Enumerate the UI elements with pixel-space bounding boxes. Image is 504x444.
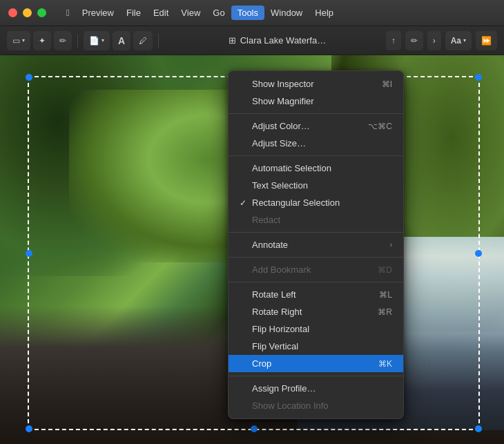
menu-item-annotate[interactable]: Annotate › bbox=[229, 236, 403, 253]
menu-divider-4 bbox=[229, 257, 403, 258]
shortcut-rotate-right: ⌘R bbox=[378, 307, 392, 317]
signature-icon: 🖊 bbox=[139, 36, 147, 46]
sidebar-toggle-icon: ⊞ bbox=[229, 35, 236, 46]
speech-icon: ⏩ bbox=[481, 36, 492, 46]
menubar-item-go[interactable]: Go bbox=[206, 6, 231, 20]
menubar-item-edit[interactable]: Edit bbox=[147, 6, 175, 20]
menu-label-show-location-info: Show Location Info bbox=[252, 400, 329, 411]
maximize-button[interactable] bbox=[37, 8, 46, 17]
menu-item-text-selection[interactable]: Text Selection bbox=[229, 177, 403, 194]
menu-label-show-magnifier: Show Magnifier bbox=[252, 96, 314, 106]
checkmark-rectangular: ✓ bbox=[240, 198, 251, 208]
menubar-item-view[interactable]: View bbox=[175, 6, 206, 20]
selection-dropdown-icon: ▾ bbox=[22, 37, 25, 44]
menu-label-assign-profile: Assign Profile… bbox=[252, 383, 316, 394]
selection-tool-button[interactable]: ▭ ▾ bbox=[7, 31, 30, 50]
menu-label-flip-vertical: Flip Vertical bbox=[252, 341, 298, 351]
document-title-area: ⊞ Clara Lake Waterfa… bbox=[171, 35, 383, 46]
chevron-down-icon: › bbox=[433, 36, 436, 46]
app-toolbar: ▭ ▾ ✦ ✏ 📄 ▾ A 🖊 ⊞ Clara Lake Waterfa… ↑ … bbox=[0, 26, 504, 55]
sketch-icon: ✏ bbox=[59, 36, 66, 46]
menubar-item-window[interactable]: Window bbox=[264, 6, 309, 20]
menu-item-rotate-right[interactable]: Rotate Right ⌘R bbox=[229, 303, 403, 320]
menu-section-profile: Assign Profile… Show Location Info bbox=[229, 378, 403, 416]
menu-label-adjust-size: Adjust Size… bbox=[252, 138, 306, 148]
titlebar:  Preview File Edit View Go Tools Window… bbox=[0, 0, 504, 26]
menu-item-flip-horizontal[interactable]: Flip Horizontal bbox=[229, 320, 403, 338]
tools-menu: Show Inspector ⌘I Show Magnifier Adjust … bbox=[228, 70, 404, 419]
menu-section-transform: Rotate Left ⌘L Rotate Right ⌘R Flip Hori… bbox=[229, 284, 403, 374]
menu-divider-2 bbox=[229, 155, 403, 156]
instant-alpha-button[interactable]: ✦ bbox=[33, 31, 51, 50]
menu-divider-6 bbox=[229, 376, 403, 376]
share-button[interactable]: ↑ bbox=[386, 31, 401, 50]
menu-label-adjust-color: Adjust Color… bbox=[252, 121, 310, 131]
menubar-item-preview[interactable]: Preview bbox=[76, 6, 120, 20]
file-dropdown-icon: ▾ bbox=[101, 37, 104, 44]
speech-button[interactable]: ⏩ bbox=[476, 31, 497, 50]
window-controls bbox=[8, 8, 46, 17]
sketch-button[interactable]: ✏ bbox=[54, 31, 72, 50]
menu-section-selection: Automatic Selection Text Selection ✓ Rec… bbox=[229, 158, 403, 230]
menubar-item-file[interactable]: File bbox=[120, 6, 147, 20]
menu-item-show-location-info: Show Location Info bbox=[229, 397, 403, 414]
menu-label-crop: Crop bbox=[252, 358, 271, 369]
menu-item-add-bookmark: Add Bookmark ⌘D bbox=[229, 261, 403, 278]
menu-item-show-magnifier[interactable]: Show Magnifier bbox=[229, 93, 403, 110]
menu-label-add-bookmark: Add Bookmark bbox=[252, 264, 311, 275]
menu-item-rectangular-selection[interactable]: ✓ Rectangular Selection bbox=[229, 194, 403, 211]
menu-label-show-inspector: Show Inspector bbox=[252, 79, 314, 89]
menu-label-automatic-selection: Automatic Selection bbox=[252, 163, 331, 173]
menu-section-adjust: Adjust Color… ⌥⌘C Adjust Size… bbox=[229, 116, 403, 153]
font-button[interactable]: Aa ▾ bbox=[445, 31, 472, 50]
menu-label-rectangular-selection: Rectangular Selection bbox=[252, 197, 340, 208]
menu-label-annotate: Annotate bbox=[252, 240, 288, 250]
shortcut-adjust-color: ⌥⌘C bbox=[368, 122, 392, 131]
menu-label-text-selection: Text Selection bbox=[252, 180, 308, 191]
signature-button[interactable]: 🖊 bbox=[133, 31, 153, 50]
shortcut-crop: ⌘K bbox=[378, 359, 392, 369]
text-button[interactable]: A bbox=[113, 31, 130, 50]
menu-item-rotate-left[interactable]: Rotate Left ⌘L bbox=[229, 286, 403, 303]
menu-item-crop[interactable]: Crop ⌘K bbox=[229, 355, 403, 372]
menu-item-adjust-size[interactable]: Adjust Size… bbox=[229, 135, 403, 152]
shortcut-show-inspector: ⌘I bbox=[382, 79, 392, 89]
toolbar-separator-1 bbox=[77, 34, 78, 48]
file-icon: 📄 bbox=[89, 36, 99, 46]
menu-section-inspector: Show Inspector ⌘I Show Magnifier bbox=[229, 74, 403, 111]
menu-divider-5 bbox=[229, 282, 403, 282]
submenu-arrow-annotate: › bbox=[390, 241, 392, 249]
menu-section-annotate: Annotate › bbox=[229, 235, 403, 255]
menu-divider-3 bbox=[229, 232, 403, 233]
share-icon: ↑ bbox=[391, 36, 396, 46]
pencil-icon: ✏ bbox=[411, 36, 418, 46]
menu-label-redact: Redact bbox=[252, 215, 280, 225]
menu-item-assign-profile[interactable]: Assign Profile… bbox=[229, 380, 403, 397]
more-button[interactable]: › bbox=[427, 31, 441, 50]
menu-item-adjust-color[interactable]: Adjust Color… ⌥⌘C bbox=[229, 117, 403, 135]
shortcut-add-bookmark: ⌘D bbox=[378, 265, 392, 275]
menu-label-rotate-left: Rotate Left bbox=[252, 289, 296, 300]
menu-divider-1 bbox=[229, 113, 403, 114]
image-area: Show Inspector ⌘I Show Magnifier Adjust … bbox=[0, 55, 504, 444]
minimize-button[interactable] bbox=[23, 8, 32, 17]
shortcut-rotate-left: ⌘L bbox=[379, 290, 392, 300]
font-dropdown-icon: ▾ bbox=[463, 37, 466, 44]
menu-section-bookmark: Add Bookmark ⌘D bbox=[229, 260, 403, 280]
annotate-toolbar-button[interactable]: ✏ bbox=[405, 31, 423, 50]
document-title: Clara Lake Waterfa… bbox=[240, 35, 327, 46]
menubar:  Preview File Edit View Go Tools Window… bbox=[60, 6, 340, 20]
menubar-item-tools[interactable]: Tools bbox=[231, 6, 264, 20]
alpha-icon: ✦ bbox=[39, 36, 46, 46]
close-button[interactable] bbox=[8, 8, 17, 17]
toolbar-separator-2 bbox=[158, 34, 159, 48]
menu-item-flip-vertical[interactable]: Flip Vertical bbox=[229, 338, 403, 355]
file-button[interactable]: 📄 ▾ bbox=[84, 31, 110, 50]
menu-label-flip-horizontal: Flip Horizontal bbox=[252, 324, 309, 334]
menu-item-show-inspector[interactable]: Show Inspector ⌘I bbox=[229, 75, 403, 93]
menu-item-automatic-selection[interactable]: Automatic Selection bbox=[229, 160, 403, 177]
menubar-item-apple[interactable]:  bbox=[60, 6, 76, 20]
selection-icon: ▭ bbox=[12, 36, 20, 46]
font-icon: Aa bbox=[451, 36, 461, 46]
menubar-item-help[interactable]: Help bbox=[309, 6, 340, 20]
